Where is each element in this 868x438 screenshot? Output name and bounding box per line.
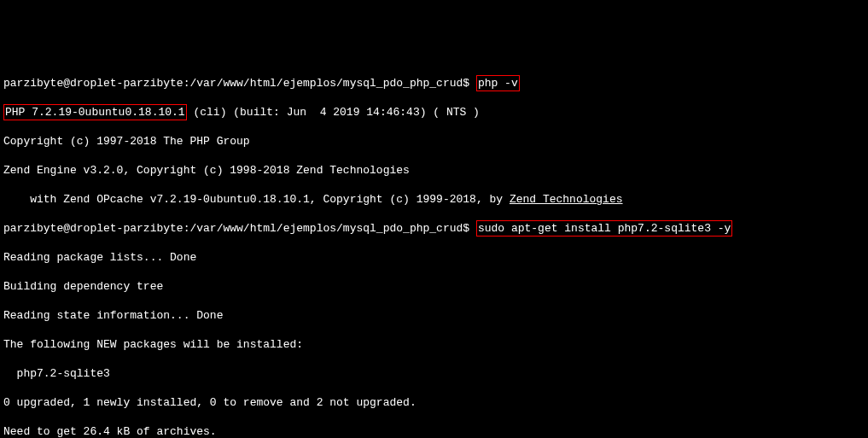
apt-l2: Building dependency tree [3,279,865,294]
apt-l7: Need to get 26.4 kB of archives. [3,424,865,438]
apt-l6: 0 upgraded, 1 newly installed, 0 to remo… [3,395,865,410]
zend-line-1: Zend Engine v3.2.0, Copyright (c) 1998-2… [3,163,865,178]
apt-l3: Reading state information... Done [3,308,865,323]
apt-l5: php7.2-sqlite3 [3,366,865,381]
zend-by: by [490,193,510,206]
terminal-output[interactable]: parzibyte@droplet-parzibyte:/var/www/htm… [3,61,865,438]
apt-l1: Reading package lists... Done [3,250,865,265]
php-version-suffix: (cli) (built: Jun 4 2019 14:46:43) ( NTS… [187,106,480,119]
copyright-line: Copyright (c) 1997-2018 The PHP Group [3,134,865,149]
php-version: PHP 7.2.19-0ubuntu0.18.10.1 [3,104,187,120]
prompt-2: parzibyte@droplet-parzibyte:/var/www/htm… [3,222,476,235]
apt-l4: The following NEW packages will be insta… [3,337,865,352]
prompt-1: parzibyte@droplet-parzibyte:/var/www/htm… [3,77,476,90]
zend-line-2-prefix: with Zend OPcache v7.2.19-0ubuntu0.18.10… [3,193,490,206]
zend-tech-underline: Zend Technologies [510,193,623,206]
command-php-v: php -v [476,75,520,91]
command-apt-install: sudo apt-get install php7.2-sqlite3 -y [476,220,732,237]
